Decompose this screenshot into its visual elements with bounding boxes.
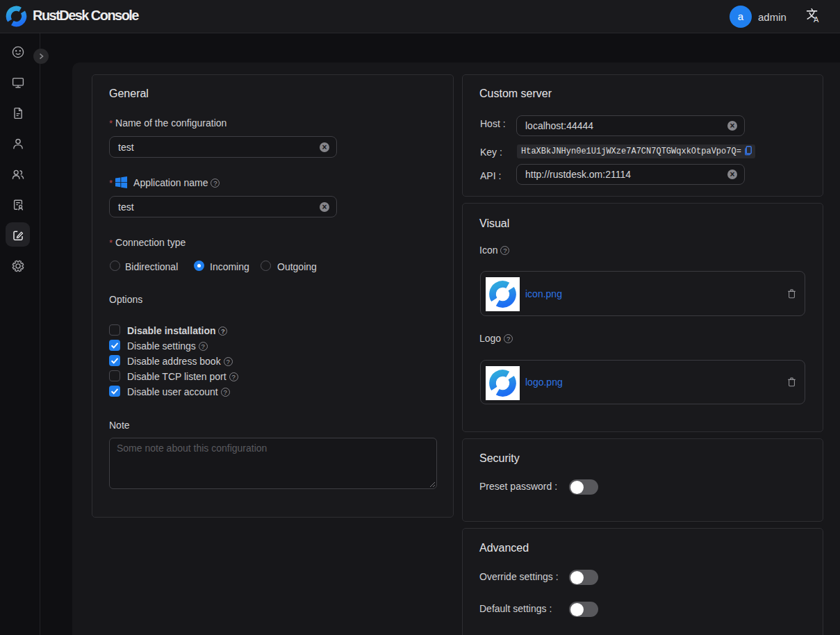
- svg-text:A: A: [814, 15, 819, 24]
